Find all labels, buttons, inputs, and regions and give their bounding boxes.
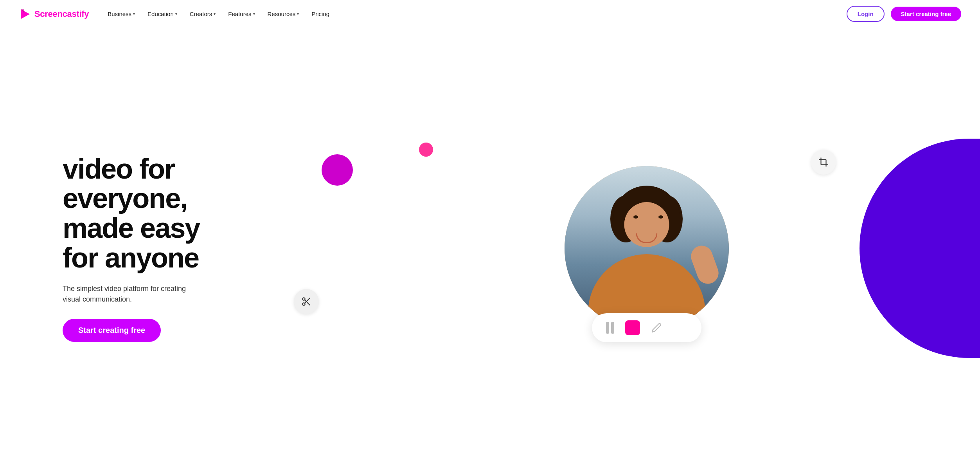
nav-cta-button[interactable]: Start creating free: [891, 7, 961, 21]
chevron-down-icon: ▾: [175, 12, 177, 16]
pause-bar-left: [606, 322, 609, 334]
crop-tool-bubble[interactable]: [811, 150, 836, 175]
nav-right: Login Start creating free: [847, 6, 961, 22]
crop-icon: [818, 157, 829, 167]
scissors-icon: [301, 296, 311, 307]
hero-illustration: [266, 131, 961, 366]
hero-photo: [565, 166, 729, 331]
nav-links: Business▾ Education▾ Creators▾ Features▾…: [108, 11, 329, 17]
edit-button[interactable]: [651, 322, 662, 333]
pause-button[interactable]: [606, 322, 614, 334]
nav-link-features[interactable]: Features▾: [228, 11, 255, 17]
purple-decoration: [860, 139, 980, 358]
hero-content: video for everyone, made easy for anyone…: [63, 154, 266, 342]
navbar: Screencastify Business▾ Education▾ Creat…: [0, 0, 980, 28]
chevron-down-icon: ▾: [133, 12, 135, 16]
hero-section: video for everyone, made easy for anyone…: [0, 28, 980, 468]
svg-line-6: [307, 302, 310, 305]
hero-cta-button[interactable]: Start creating free: [63, 319, 161, 342]
hero-title: video for everyone, made easy for anyone: [63, 154, 266, 273]
logo[interactable]: Screencastify: [19, 8, 89, 20]
nav-link-pricing[interactable]: Pricing: [311, 11, 329, 17]
dot-magenta-large: [322, 154, 353, 186]
brand-name: Screencastify: [34, 9, 89, 19]
dot-magenta-small: [419, 143, 433, 157]
nav-left: Screencastify Business▾ Education▾ Creat…: [19, 8, 329, 20]
chevron-down-icon: ▾: [214, 12, 216, 16]
playback-controls: [592, 313, 701, 342]
login-button[interactable]: Login: [847, 6, 885, 22]
scissors-tool-bubble[interactable]: [294, 289, 319, 314]
logo-icon: [19, 8, 31, 20]
hero-subtitle: The simplest video platform for creating…: [63, 284, 203, 305]
nav-link-creators[interactable]: Creators▾: [190, 11, 216, 17]
svg-rect-2: [821, 159, 826, 164]
pencil-icon: [651, 323, 662, 333]
chevron-down-icon: ▾: [253, 12, 255, 16]
pause-bar-right: [611, 322, 614, 334]
nav-link-education[interactable]: Education▾: [147, 11, 177, 17]
svg-line-7: [305, 300, 306, 301]
nav-link-business[interactable]: Business▾: [108, 11, 135, 17]
nav-link-resources[interactable]: Resources▾: [268, 11, 299, 17]
chevron-down-icon: ▾: [297, 12, 299, 16]
stop-button[interactable]: [625, 320, 640, 335]
